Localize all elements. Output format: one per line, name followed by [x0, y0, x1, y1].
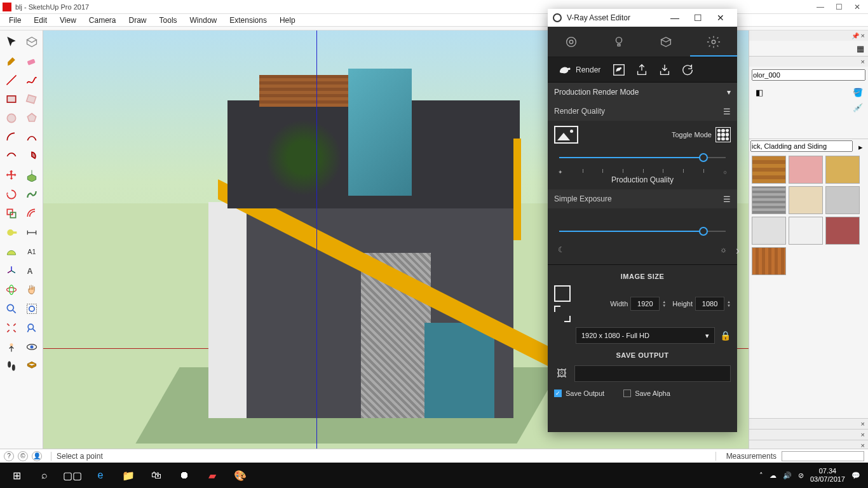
swatch-tile[interactable]: [752, 186, 786, 214]
swatch-pink[interactable]: [789, 156, 823, 184]
panel-close-3[interactable]: ×: [859, 420, 867, 428]
menu-tools[interactable]: Tools: [154, 15, 182, 26]
panel-close-1[interactable]: ×: [859, 32, 867, 39]
vray-maximize-button[interactable]: ☐: [686, 13, 709, 23]
edge-icon[interactable]: e: [86, 463, 114, 488]
bucket-icon[interactable]: 🪣: [851, 86, 864, 98]
vray-tab-settings[interactable]: [690, 27, 738, 57]
search-button[interactable]: ⌕: [31, 463, 58, 488]
swatch-wood[interactable]: [752, 247, 786, 275]
previous-view-tool[interactable]: [23, 319, 41, 337]
start-button[interactable]: ⊞: [3, 463, 31, 488]
eyedropper-icon[interactable]: 💉: [851, 101, 864, 114]
look-around-tool[interactable]: [23, 338, 41, 356]
swatch-lgrey[interactable]: [752, 217, 786, 245]
safe-frame-icon[interactable]: [554, 306, 571, 322]
explorer-icon[interactable]: 📁: [114, 463, 142, 488]
geo-icon[interactable]: ?: [4, 451, 14, 461]
tray-volume-icon[interactable]: 🔊: [783, 471, 792, 480]
quality-settings-icon[interactable]: ☰: [723, 107, 731, 116]
material-category-select[interactable]: [750, 140, 853, 152]
menu-draw[interactable]: Draw: [124, 15, 152, 26]
dimension-tool[interactable]: [23, 224, 41, 241]
move-tool[interactable]: [3, 166, 20, 184]
menu-view[interactable]: View: [55, 15, 81, 26]
pushpull-tool[interactable]: [23, 166, 41, 184]
width-down[interactable]: ▼: [662, 304, 666, 308]
component-tool[interactable]: [23, 33, 41, 51]
vray-tab-materials[interactable]: [548, 27, 595, 57]
minimize-button[interactable]: —: [817, 3, 824, 11]
menu-window[interactable]: Window: [185, 15, 222, 26]
swatch-white[interactable]: [789, 217, 823, 245]
eraser-tool[interactable]: [23, 52, 41, 70]
circle-tool[interactable]: [3, 109, 20, 127]
tray-cloud-icon[interactable]: ☁: [770, 471, 776, 480]
menu-file[interactable]: File: [4, 15, 26, 26]
vray-minimize-button[interactable]: —: [663, 13, 686, 23]
vray-interactive-render-button[interactable]: [609, 60, 628, 79]
position-camera-tool[interactable]: [3, 338, 20, 356]
category-menu-icon[interactable]: ▸: [854, 140, 867, 153]
rotate-tool[interactable]: [3, 186, 20, 203]
followme-tool[interactable]: [23, 186, 41, 203]
walk-tool[interactable]: [3, 357, 20, 375]
save-alpha-checkbox[interactable]: Save Alpha: [623, 390, 670, 397]
vray-titlebar[interactable]: V-Ray Asset Editor — ☐ ✕: [548, 9, 737, 27]
user-icon[interactable]: 👤: [32, 451, 42, 461]
rotated-rect-tool[interactable]: [23, 90, 41, 108]
vray-render-mode-select[interactable]: Production Render Mode▾: [548, 83, 737, 102]
vray-render-button[interactable]: Render: [553, 62, 606, 78]
width-input[interactable]: [630, 297, 660, 311]
store-icon[interactable]: 🛍: [142, 463, 170, 488]
select-tool[interactable]: [3, 33, 20, 51]
scale-tool[interactable]: [3, 205, 20, 222]
height-input[interactable]: [695, 297, 724, 311]
aspect-lock-button[interactable]: 🔒: [720, 330, 731, 341]
menu-help[interactable]: Help: [275, 15, 301, 26]
zoom-extents-tool[interactable]: [3, 319, 20, 337]
color-name-field[interactable]: [752, 69, 865, 81]
protractor-tool[interactable]: [3, 243, 20, 261]
resolution-preset-select[interactable]: 1920 x 1080 - Full HD▾: [576, 327, 715, 344]
menu-extensions[interactable]: Extensions: [224, 15, 272, 26]
tray-up-icon[interactable]: ˄: [759, 471, 763, 480]
orbit-tool[interactable]: [3, 281, 20, 299]
close-button[interactable]: ✕: [854, 3, 860, 11]
text-tool[interactable]: A1: [23, 243, 41, 261]
tray-network-icon[interactable]: ⊘: [798, 471, 804, 480]
axes-tool[interactable]: [3, 262, 20, 280]
zoom-window-tool[interactable]: [23, 300, 41, 318]
maximize-button[interactable]: ☐: [836, 3, 843, 11]
arc3-tool[interactable]: [3, 147, 20, 165]
sketchup-taskbar-icon[interactable]: ▰: [198, 463, 226, 488]
paint-icon[interactable]: 🎨: [226, 463, 254, 488]
polygon-tool[interactable]: [23, 109, 41, 127]
paint-tool[interactable]: [3, 52, 20, 70]
vray-tab-geometry[interactable]: [642, 27, 690, 57]
exposure-settings-icon[interactable]: ☰: [723, 194, 731, 204]
pie-tool[interactable]: [23, 147, 41, 165]
menu-edit[interactable]: Edit: [29, 15, 52, 26]
vray-import-button[interactable]: [655, 60, 674, 79]
measurements-input[interactable]: [782, 451, 864, 461]
line-tool[interactable]: [3, 71, 20, 89]
vray-expand-arrow[interactable]: ›: [736, 244, 740, 257]
color-picker-icon[interactable]: ◧: [753, 86, 766, 98]
panel-close-2[interactable]: ×: [859, 58, 867, 65]
vray-close-button[interactable]: ✕: [709, 13, 732, 23]
exposure-slider[interactable]: [554, 225, 731, 238]
vray-export-button[interactable]: [632, 60, 651, 79]
tray-tool-1[interactable]: ▦: [854, 42, 867, 55]
freehand-tool[interactable]: [23, 71, 41, 89]
tray-clock[interactable]: 07.34 03/07/2017: [810, 467, 845, 484]
tape-tool[interactable]: [3, 224, 20, 241]
aspect-lock-icon[interactable]: [554, 285, 571, 302]
vray-tab-lights[interactable]: [595, 27, 643, 57]
swatch-brick[interactable]: [752, 156, 786, 184]
vray-revert-button[interactable]: [678, 60, 697, 79]
pan-tool[interactable]: [23, 281, 41, 299]
recorder-icon[interactable]: ⏺: [170, 463, 198, 488]
toggle-mode-button[interactable]: [715, 127, 731, 142]
offset-tool[interactable]: [23, 205, 41, 222]
